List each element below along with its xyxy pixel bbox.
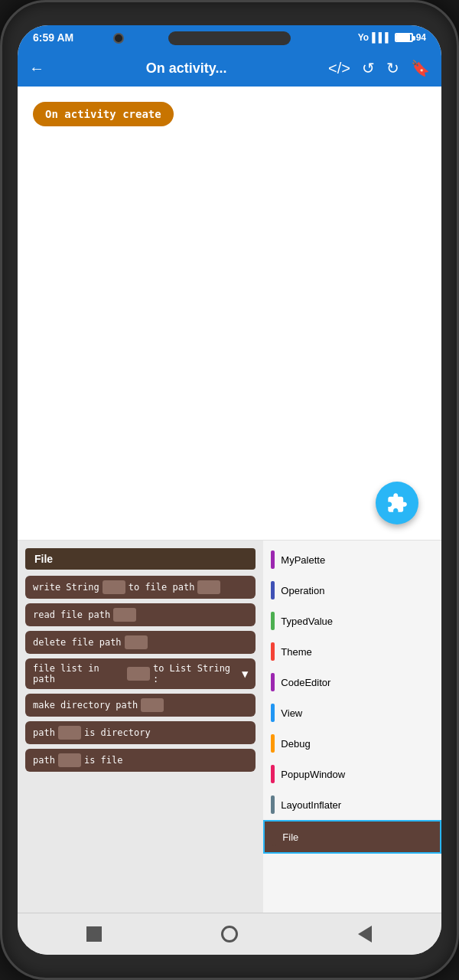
blocks-panel: File write String to file path read file… — [18, 541, 263, 913]
block-input-string[interactable] — [103, 580, 125, 594]
palette-item-popupwindow[interactable]: PopupWindow — [263, 759, 441, 789]
palette-dot-typedvalue — [271, 612, 275, 630]
block-label-mkdir: make directory path — [33, 700, 138, 710]
block-write-string[interactable]: write String to file path — [25, 576, 256, 599]
palette-panel: MyPalette Operation TypedValue Theme — [263, 541, 441, 913]
palette-dot-mypalette — [271, 550, 275, 569]
category-label: File — [34, 553, 53, 565]
puzzle-icon — [386, 492, 408, 514]
status-time: 6:59 AM — [33, 31, 73, 44]
block-file-list[interactable]: file list in path to List String : ▼ — [25, 658, 256, 689]
battery-fill — [396, 34, 410, 41]
block-input-dir-path[interactable] — [58, 726, 81, 740]
block-delete-file[interactable]: delete file path — [25, 631, 256, 654]
block-label-read: read file path — [33, 609, 110, 620]
palette-label-view: View — [281, 707, 302, 719]
palette-dot-layoutinflater — [271, 795, 275, 814]
battery-level: 94 — [416, 32, 426, 43]
fab-button[interactable] — [376, 482, 418, 524]
palette-label-theme: Theme — [281, 646, 311, 658]
nav-bar — [18, 913, 441, 955]
block-input-delete-path[interactable] — [125, 635, 148, 649]
event-block[interactable]: On activity create — [33, 102, 174, 126]
block-label-is-directory: is directory — [84, 727, 151, 738]
block-label-filelist: file list in path — [33, 663, 124, 684]
signal-icon: Yo — [358, 32, 369, 43]
toolbar-title: On activity... — [56, 60, 317, 77]
canvas-area: On activity create File wri — [18, 87, 441, 913]
block-label-path2: path — [33, 755, 55, 766]
block-input-read-path[interactable] — [113, 608, 136, 622]
palette-label-codeeditor: CodeEditor — [281, 677, 330, 688]
palette-label-operation: Operation — [281, 585, 324, 596]
block-read-file[interactable]: read file path — [25, 603, 256, 626]
palette-dot-view — [271, 704, 275, 722]
dropdown-arrow-icon: ▼ — [242, 668, 248, 680]
battery-icon — [395, 33, 413, 42]
palette-item-debug[interactable]: Debug — [263, 728, 441, 759]
palette-label-typedvalue: TypedValue — [281, 616, 333, 627]
block-label-to-file: to file path — [129, 582, 195, 593]
bottom-panel: File write String to file path read file… — [18, 541, 441, 913]
palette-dot-file — [272, 828, 276, 846]
code-button[interactable]: </> — [328, 60, 350, 77]
palette-item-theme[interactable]: Theme — [263, 636, 441, 667]
block-label-write: write String — [33, 582, 99, 593]
block-input-path[interactable] — [197, 580, 220, 594]
network-icon: ▌▌▌ — [372, 32, 392, 43]
nav-home-button[interactable] — [218, 923, 241, 946]
block-label-path1: path — [33, 727, 55, 738]
nav-stop-button[interactable] — [83, 923, 106, 946]
palette-item-layoutinflater[interactable]: LayoutInflater — [263, 789, 441, 820]
nav-back-icon — [358, 926, 372, 942]
palette-label-popupwindow: PopupWindow — [281, 769, 345, 780]
phone-screen: 6:59 AM Yo ▌▌▌ 94 ← On activity... </> ↺… — [18, 25, 441, 955]
palette-item-mypalette[interactable]: MyPalette — [263, 544, 441, 575]
undo-button[interactable]: ↺ — [362, 59, 375, 77]
palette-item-codeeditor[interactable]: CodeEditor — [263, 667, 441, 697]
block-label-delete: delete file path — [33, 637, 122, 648]
palette-label-file: File — [282, 831, 298, 843]
phone-frame: 6:59 AM Yo ▌▌▌ 94 ← On activity... </> ↺… — [0, 0, 459, 980]
block-make-directory[interactable]: make directory path — [25, 694, 256, 717]
palette-label-debug: Debug — [281, 738, 310, 750]
palette-dot-operation — [271, 581, 275, 599]
palette-item-operation[interactable]: Operation — [263, 575, 441, 606]
palette-item-file[interactable]: File — [263, 820, 441, 854]
palette-item-view[interactable]: View — [263, 697, 441, 728]
canvas-top: On activity create — [18, 87, 441, 541]
back-button[interactable]: ← — [29, 60, 44, 77]
nav-home-icon — [221, 926, 238, 942]
block-path-is-file[interactable]: path is file — [25, 749, 256, 772]
palette-dot-codeeditor — [271, 673, 275, 691]
block-label-to-liststring: to List String : — [153, 663, 239, 684]
redo-button[interactable]: ↻ — [386, 59, 399, 77]
category-header: File — [25, 548, 256, 570]
palette-dot-popupwindow — [271, 765, 275, 783]
palette-label-mypalette: MyPalette — [281, 554, 325, 566]
palette-label-layoutinflater: LayoutInflater — [281, 799, 341, 811]
camera-dot — [113, 33, 124, 44]
block-path-is-directory[interactable]: path is directory — [25, 721, 256, 744]
bookmark-button[interactable]: 🔖 — [411, 59, 430, 77]
toolbar: ← On activity... </> ↺ ↻ 🔖 — [18, 50, 441, 87]
block-input-file-path[interactable] — [58, 753, 81, 767]
nav-back-button[interactable] — [353, 923, 376, 946]
block-input-mkdir-path[interactable] — [141, 698, 164, 712]
camera-notch — [168, 31, 291, 45]
palette-item-typedvalue[interactable]: TypedValue — [263, 606, 441, 636]
block-label-is-file: is file — [84, 755, 123, 766]
palette-dot-debug — [271, 734, 275, 753]
palette-dot-theme — [271, 642, 275, 661]
nav-stop-icon — [86, 926, 102, 942]
status-right: Yo ▌▌▌ 94 — [358, 32, 426, 43]
block-input-list-path[interactable] — [127, 667, 150, 681]
